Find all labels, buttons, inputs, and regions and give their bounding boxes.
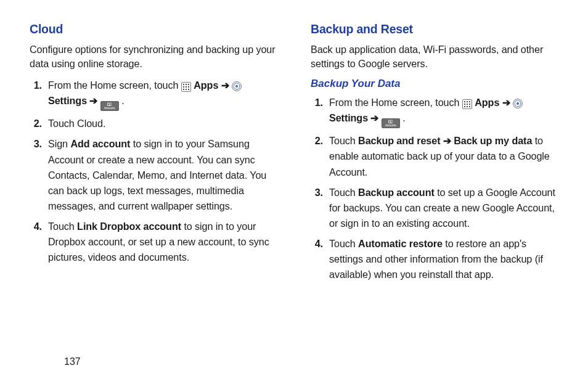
text: Touch <box>329 238 358 249</box>
arrow-icon: ➔ <box>502 97 513 108</box>
backup-step-3: 3. Touch Backup account to set up a Goog… <box>311 185 558 231</box>
svg-point-10 <box>235 85 238 88</box>
apps-grid-icon <box>181 82 191 92</box>
svg-rect-0 <box>183 84 184 85</box>
svg-rect-15 <box>467 104 468 105</box>
step-body: Touch Link Dropbox account to sign in to… <box>48 219 277 265</box>
backup-heading: Backup and Reset <box>311 22 558 36</box>
text: . <box>402 112 405 123</box>
arrow-icon: ➔ <box>89 95 100 106</box>
text: Touch <box>329 135 358 146</box>
step-number: 4. <box>311 236 329 282</box>
page-number: 137 <box>64 356 81 367</box>
left-column: Cloud Configure options for synchronizin… <box>30 22 277 287</box>
right-column: Backup and Reset Back up application dat… <box>311 22 558 287</box>
svg-rect-8 <box>188 89 189 90</box>
apps-label: Apps <box>475 97 499 108</box>
svg-rect-14 <box>464 104 465 105</box>
svg-rect-6 <box>183 89 184 90</box>
backup-intro: Back up application data, Wi-Fi password… <box>311 43 558 71</box>
step-body: From the Home screen, touch Apps ➔ Setti… <box>329 95 558 128</box>
svg-rect-7 <box>186 89 187 90</box>
apps-label: Apps <box>194 80 218 91</box>
cloud-intro: Configure options for synchronizing and … <box>30 43 277 71</box>
step-number: 3. <box>311 185 329 231</box>
bold-term: Automatic restore <box>358 238 443 249</box>
svg-rect-4 <box>186 86 187 88</box>
accounts-tab-icon: ⚿Accounts <box>382 118 400 128</box>
apps-grid-icon <box>462 99 472 109</box>
step-body: Touch Automatic restore to restore an ap… <box>329 236 558 282</box>
backup-step-2: 2. Touch Backup and reset ➔ Back up my d… <box>311 133 558 179</box>
settings-label: Settings <box>48 95 87 106</box>
accounts-tab-icon: ⚿Accounts <box>100 101 119 111</box>
svg-rect-13 <box>469 101 470 102</box>
text: . <box>121 95 124 106</box>
svg-rect-17 <box>464 106 465 107</box>
svg-point-21 <box>517 102 519 105</box>
backup-step-4: 4. Touch Automatic restore to restore an… <box>311 236 558 282</box>
step-number: 2. <box>311 133 329 179</box>
cloud-steps: 1. From the Home screen, touch Apps ➔ Se… <box>30 78 277 265</box>
svg-rect-2 <box>188 84 189 85</box>
bold-term: Backup account <box>358 187 435 198</box>
step-number: 1. <box>30 78 48 111</box>
svg-rect-19 <box>469 106 470 107</box>
bold-term: Link Dropbox account <box>77 221 181 232</box>
svg-rect-18 <box>467 106 468 107</box>
svg-rect-16 <box>469 104 470 105</box>
page-columns: Cloud Configure options for synchronizin… <box>30 22 558 287</box>
settings-gear-icon <box>232 81 242 91</box>
step-number: 3. <box>30 136 48 214</box>
cloud-step-2: 2. Touch Cloud. <box>30 116 277 131</box>
settings-label: Settings <box>329 112 368 123</box>
text: Sign <box>48 138 70 149</box>
backup-step-1: 1. From the Home screen, touch Apps ➔ Se… <box>311 95 558 128</box>
step-body: Touch Cloud. <box>48 116 277 131</box>
step-body: Touch Backup account to set up a Google … <box>329 185 558 231</box>
text: From the Home screen, touch <box>329 97 462 108</box>
step-body: Sign Add account to sign in to your Sams… <box>48 136 277 214</box>
settings-gear-icon <box>513 99 523 108</box>
text: From the Home screen, touch <box>48 80 181 91</box>
svg-rect-1 <box>186 84 187 85</box>
svg-rect-11 <box>464 101 465 102</box>
arrow-icon: ➔ <box>370 112 381 123</box>
cloud-heading: Cloud <box>30 22 277 36</box>
bold-term: Add account <box>70 138 130 149</box>
cloud-step-3: 3. Sign Add account to sign in to your S… <box>30 136 277 214</box>
backup-steps: 1. From the Home screen, touch Apps ➔ Se… <box>311 95 558 282</box>
cloud-step-1: 1. From the Home screen, touch Apps ➔ Se… <box>30 78 277 111</box>
arrow-icon: ➔ <box>221 80 232 91</box>
text: Touch <box>48 221 77 232</box>
bold-term: Backup and reset ➔ Back up my data <box>358 135 532 146</box>
step-number: 4. <box>30 219 48 265</box>
svg-rect-3 <box>183 86 184 88</box>
svg-rect-12 <box>467 101 468 102</box>
cloud-step-4: 4. Touch Link Dropbox account to sign in… <box>30 219 277 265</box>
step-number: 2. <box>30 116 48 131</box>
step-body: Touch Backup and reset ➔ Back up my data… <box>329 133 558 179</box>
text: Touch <box>329 187 358 198</box>
backup-subhead: Backup Your Data <box>311 78 558 90</box>
svg-rect-5 <box>188 86 189 88</box>
step-body: From the Home screen, touch Apps ➔ Setti… <box>48 78 277 111</box>
step-number: 1. <box>311 95 329 128</box>
